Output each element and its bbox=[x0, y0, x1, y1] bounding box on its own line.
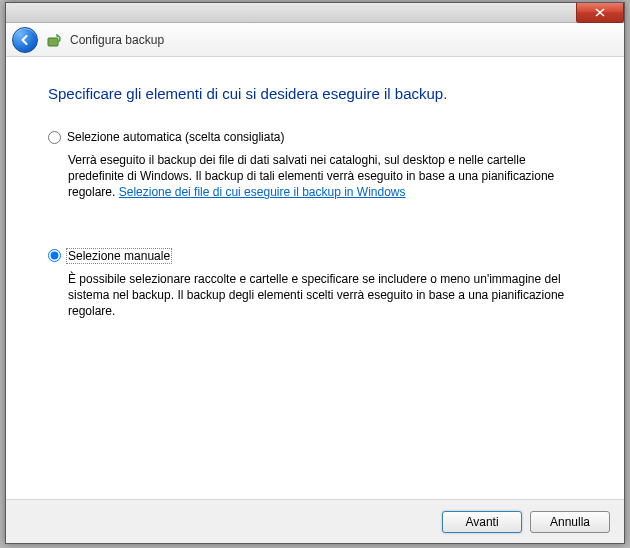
option-auto: Selezione automatica (scelta consigliata… bbox=[48, 130, 582, 201]
radio-auto[interactable] bbox=[48, 131, 61, 144]
desc-auto: Verrà eseguito il backup dei file di dat… bbox=[68, 152, 582, 201]
option-manual: Selezione manuale È possibile selezionar… bbox=[48, 249, 582, 320]
content-area: Specificare gli elementi di cui si desid… bbox=[6, 57, 624, 377]
titlebar bbox=[6, 3, 624, 23]
next-button[interactable]: Avanti bbox=[442, 511, 522, 533]
page-heading: Specificare gli elementi di cui si desid… bbox=[48, 85, 582, 102]
footer: Avanti Annulla bbox=[6, 499, 624, 543]
help-link[interactable]: Selezione dei file di cui eseguire il ba… bbox=[119, 185, 406, 199]
desc-manual: È possibile selezionare raccolte e carte… bbox=[68, 271, 582, 320]
header-title: Configura backup bbox=[70, 33, 164, 47]
label-manual[interactable]: Selezione manuale bbox=[67, 249, 171, 263]
back-button[interactable] bbox=[12, 27, 38, 53]
svg-rect-0 bbox=[48, 38, 58, 46]
arrow-left-icon bbox=[18, 33, 32, 47]
label-auto[interactable]: Selezione automatica (scelta consigliata… bbox=[67, 130, 284, 144]
close-button[interactable] bbox=[576, 3, 624, 23]
cancel-button[interactable]: Annulla bbox=[530, 511, 610, 533]
radio-manual[interactable] bbox=[48, 249, 61, 262]
header-bar: Configura backup bbox=[6, 23, 624, 57]
backup-icon bbox=[46, 32, 62, 48]
close-icon bbox=[595, 8, 605, 17]
wizard-window: Configura backup Specificare gli element… bbox=[5, 2, 625, 544]
